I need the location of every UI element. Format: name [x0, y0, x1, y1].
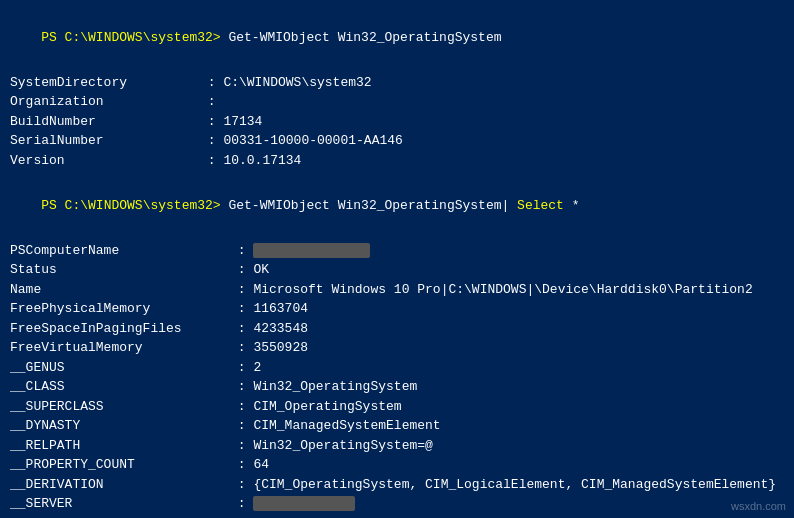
prop-freespaceinpagingfiles: FreeSpaceInPagingFiles : 4233548 [10, 319, 784, 339]
blurred-computername [253, 243, 370, 258]
prop-class: __CLASS : Win32_OperatingSystem [10, 377, 784, 397]
command1: Get-WMIObject Win32_OperatingSystem [228, 30, 501, 45]
second-prompt-line: PS C:\WINDOWS\system32> Get-WMIObject Wi… [10, 176, 784, 235]
watermark: wsxdn.com [731, 500, 786, 512]
terminal-window: PS C:\WINDOWS\system32> Get-WMIObject Wi… [0, 0, 794, 518]
prop-server: __SERVER : [10, 494, 784, 514]
prop-organization: Organization : [10, 92, 784, 112]
prop-propertycount: __PROPERTY_COUNT : 64 [10, 455, 784, 475]
prop-serialnumber: SerialNumber : 00331-10000-00001-AA146 [10, 131, 784, 151]
prop-relpath: __RELPATH : Win32_OperatingSystem=@ [10, 436, 784, 456]
prop-dynasty: __DYNASTY : CIM_ManagedSystemElement [10, 416, 784, 436]
prop-status: Status : OK [10, 260, 784, 280]
prop-namespace: __NAMESPACE : root\cimv2 [10, 514, 784, 519]
prop-systemdir: SystemDirectory : C:\WINDOWS\system32 [10, 73, 784, 93]
first-prompt-line: PS C:\WINDOWS\system32> Get-WMIObject Wi… [10, 8, 784, 67]
prop-derivation: __DERIVATION : {CIM_OperatingSystem, CIM… [10, 475, 784, 495]
prop-version: Version : 10.0.17134 [10, 151, 784, 171]
prop-pscomputername: PSComputerName : [10, 241, 784, 261]
command2-suffix: * [564, 198, 580, 213]
prop-buildnumber1: BuildNumber : 17134 [10, 112, 784, 132]
prompt2: PS C:\WINDOWS\system32> [41, 198, 228, 213]
select-keyword: Select [517, 198, 564, 213]
command2-prefix: Get-WMIObject Win32_OperatingSystem| [228, 198, 517, 213]
blurred-server [253, 496, 354, 511]
prop-name: Name : Microsoft Windows 10 Pro|C:\WINDO… [10, 280, 784, 300]
prop-freephysicalmemory: FreePhysicalMemory : 1163704 [10, 299, 784, 319]
prop-superclass: __SUPERCLASS : CIM_OperatingSystem [10, 397, 784, 417]
prompt1: PS C:\WINDOWS\system32> [41, 30, 228, 45]
prop-genus: __GENUS : 2 [10, 358, 784, 378]
prop-freevirtualmemory: FreeVirtualMemory : 3550928 [10, 338, 784, 358]
